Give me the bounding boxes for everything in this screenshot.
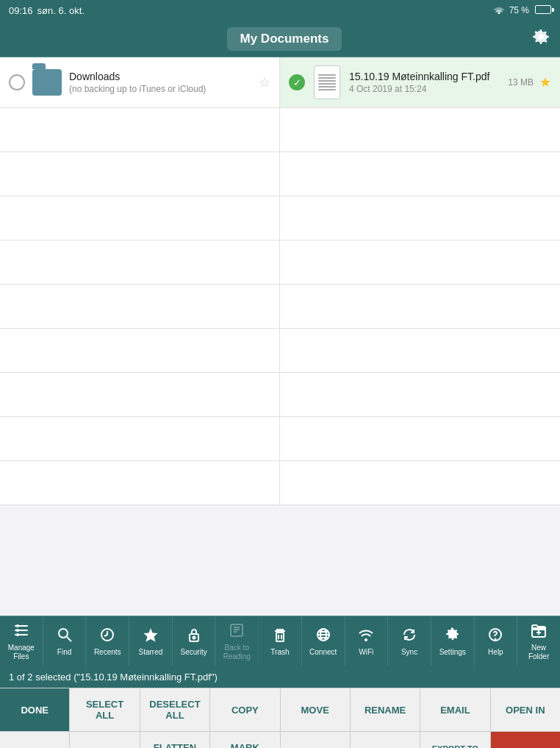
connect-icon (315, 627, 331, 646)
toolbar-label: Security (181, 648, 207, 657)
empty-row (280, 373, 560, 417)
file-checkbox[interactable] (289, 74, 305, 90)
list-item[interactable]: Downloads (no backing up to iTunes or iC… (0, 57, 280, 108)
toolbar-back-to-reading[interactable]: Back toReading (215, 616, 259, 666)
nav-bar: My Documents (0, 21, 560, 57)
copy-button[interactable]: COPY (210, 688, 280, 731)
sync-icon (401, 627, 417, 646)
file-meta: (no backing up to iTunes or iCloud) (69, 84, 253, 94)
toolbar-help[interactable]: Help (475, 616, 518, 666)
bottom-toolbar: ManageFiles Find Recents (0, 616, 560, 666)
time: 09:16 (9, 5, 33, 16)
page-title: My Documents (227, 27, 342, 51)
empty-row (280, 241, 560, 285)
toolbar-new-folder[interactable]: NewFolder (517, 616, 560, 666)
open-in-button[interactable]: OPEN IN (491, 688, 560, 731)
toolbar-trash[interactable]: Trash (259, 616, 302, 666)
file-name: 15.10.19 Møteinnkalling FT.pdf (349, 71, 502, 82)
empty-row (0, 329, 280, 373)
mark-unread-button[interactable]: MARKUNREAD (210, 732, 280, 748)
link-button[interactable]: LINK (351, 732, 420, 748)
toolbar-label: Back toReading (223, 644, 251, 661)
back-to-reading-icon (229, 622, 245, 641)
svg-point-28 (495, 639, 496, 640)
security-icon (186, 627, 202, 646)
flatten-copy-button[interactable]: FLATTENCOPY (140, 732, 210, 748)
star-icon[interactable]: ☆ (259, 74, 270, 90)
file-name: Downloads (69, 71, 253, 82)
settings-icon (445, 627, 461, 646)
file-list: Downloads (no backing up to iTunes or iC… (0, 57, 560, 616)
export-icloud-button[interactable]: EXPORT TOiCLOUD DRIVE (420, 732, 490, 748)
toolbar-label: Connect (309, 648, 337, 657)
done-button[interactable]: DONE (0, 688, 70, 731)
toolbar-find[interactable]: Find (43, 616, 87, 666)
toolbar-recents[interactable]: Recents (86, 616, 129, 666)
email-button[interactable]: EMAIL (420, 688, 490, 731)
toolbar-wifi[interactable]: WiFi (345, 616, 389, 666)
toolbar-label: NewFolder (528, 644, 549, 661)
svg-point-5 (16, 629, 19, 632)
star-icon[interactable]: ★ (539, 74, 551, 90)
empty-row (280, 196, 560, 241)
toolbar-starred[interactable]: Starred (129, 616, 173, 666)
empty-row (0, 152, 280, 196)
empty-row (280, 152, 560, 196)
battery-icon (534, 5, 551, 16)
selection-text: 1 of 2 selected ("15.10.19 Møteinnkallin… (9, 672, 218, 683)
empty-row (280, 417, 560, 461)
select-all-button[interactable]: SELECTALL (70, 688, 140, 731)
list-item[interactable]: 15.10.19 Møteinnkalling FT.pdf 4 Oct 201… (280, 57, 560, 108)
toolbar-settings[interactable]: Settings (431, 616, 475, 666)
toolbar-security[interactable]: Security (173, 616, 216, 666)
file-size: 13 MB (508, 77, 534, 88)
svg-point-6 (16, 633, 19, 636)
settings-gear-icon[interactable] (531, 26, 551, 51)
trash-icon (272, 627, 288, 646)
svg-point-4 (16, 624, 19, 627)
svg-point-7 (59, 629, 68, 638)
deselect-all-button[interactable]: DESELECTALL (140, 688, 210, 731)
toolbar-label: Sync (401, 648, 417, 657)
move-button[interactable]: MOVE (281, 688, 351, 731)
toolbar-label: Recents (94, 648, 121, 657)
find-icon (57, 627, 73, 646)
empty-row (0, 196, 280, 241)
toolbar-row: ManageFiles Find Recents (0, 616, 560, 666)
empty-row (280, 108, 560, 152)
svg-marker-10 (143, 628, 157, 642)
svg-point-25 (365, 638, 367, 641)
star-button[interactable]: STAR (281, 732, 351, 748)
empty-row (0, 285, 280, 329)
empty-row (280, 285, 560, 329)
toolbar-connect[interactable]: Connect (302, 616, 345, 666)
pdf-icon (312, 65, 342, 100)
toolbar-manage-files[interactable]: ManageFiles (0, 616, 43, 666)
new-folder-icon (531, 622, 547, 641)
action-row-2: UPLOAD ZIP FLATTENCOPY MARKUNREAD STAR L… (0, 731, 560, 748)
rename-button[interactable]: RENAME (351, 688, 420, 731)
toolbar-label: Help (488, 648, 503, 657)
toolbar-sync[interactable]: Sync (388, 616, 431, 666)
date: søn. 6. okt. (37, 5, 85, 16)
svg-line-8 (67, 637, 71, 641)
empty-row (280, 461, 560, 505)
wifi-toolbar-icon (358, 627, 374, 646)
status-bar: 09:16 søn. 6. okt. 75 % (0, 0, 560, 21)
file-checkbox[interactable] (9, 74, 25, 90)
svg-point-12 (193, 637, 195, 639)
upload-button[interactable]: UPLOAD (0, 732, 70, 748)
toolbar-label: Trash (270, 648, 289, 657)
toolbar-label: Starred (139, 648, 163, 657)
empty-row (0, 461, 280, 505)
empty-row (0, 241, 280, 285)
wifi-icon (493, 5, 505, 16)
zip-button[interactable]: ZIP (70, 732, 140, 748)
empty-row (0, 373, 280, 417)
toolbar-label: WiFi (359, 648, 373, 657)
folder-icon (32, 65, 62, 100)
action-row-1: DONE SELECTALL DESELECTALL COPY MOVE REN… (0, 688, 560, 731)
delete-button[interactable]: DELETE (491, 732, 560, 748)
toolbar-label: Find (57, 648, 71, 657)
battery-percent: 75 % (509, 5, 529, 15)
